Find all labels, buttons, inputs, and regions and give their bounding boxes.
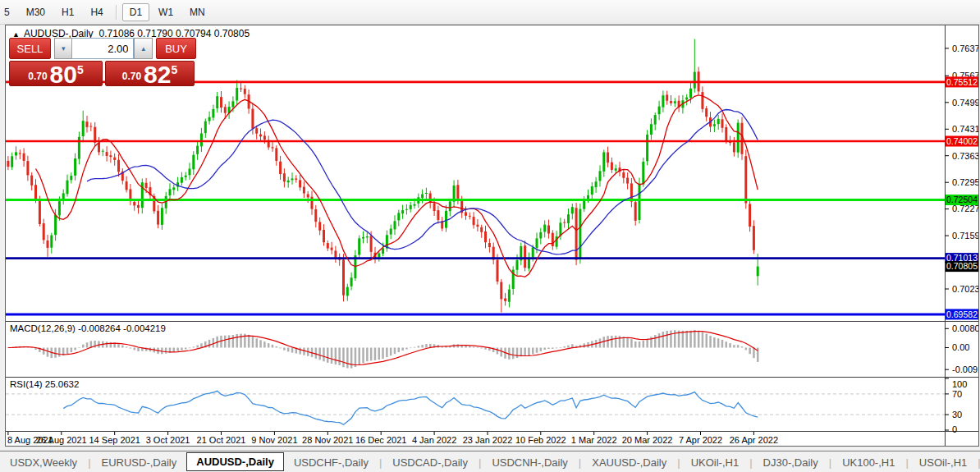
tab-usdcnh-daily[interactable]: USDCNH-,Daily bbox=[482, 453, 577, 472]
tab-xauusd-daily[interactable]: XAUUSD-,Daily bbox=[582, 453, 676, 472]
one-click-trading-panel: SELL ▾ ▴ BUY 0.70805 0.70825 bbox=[9, 38, 196, 86]
svg-text:4 Jan 2022: 4 Jan 2022 bbox=[412, 435, 456, 445]
svg-text:28 Nov 2021: 28 Nov 2021 bbox=[302, 435, 353, 445]
svg-text:0.00: 0.00 bbox=[952, 342, 969, 352]
svg-text:-0.009286: -0.009286 bbox=[952, 364, 978, 374]
tab-uk100-h1[interactable]: UK100-,H1 bbox=[832, 453, 904, 472]
volume-increase-button[interactable]: ▴ bbox=[134, 38, 153, 59]
toolbar-separator bbox=[116, 5, 117, 20]
tab-usoil-h1[interactable]: USOil-,H1 bbox=[909, 453, 978, 472]
sell-price-button[interactable]: 0.70805 bbox=[9, 61, 103, 86]
svg-text:26 Apr 2022: 26 Apr 2022 bbox=[730, 435, 778, 445]
svg-text:0.70230: 0.70230 bbox=[952, 284, 978, 294]
svg-text:0.74310: 0.74310 bbox=[952, 124, 978, 134]
sell-price-prefix: 0.70 bbox=[28, 71, 47, 82]
svg-text:0.70805: 0.70805 bbox=[946, 261, 978, 271]
svg-text:7 Apr 2022: 7 Apr 2022 bbox=[679, 435, 722, 445]
svg-text:70: 70 bbox=[952, 389, 962, 399]
svg-text:10 Feb 2022: 10 Feb 2022 bbox=[515, 435, 566, 445]
svg-text:0.76370: 0.76370 bbox=[952, 44, 978, 53]
sell-button[interactable]: SELL bbox=[9, 38, 51, 59]
svg-text:0.75512: 0.75512 bbox=[946, 77, 978, 87]
svg-text:30: 30 bbox=[952, 410, 962, 419]
tab-usdcad-daily[interactable]: USDCAD-,Daily bbox=[382, 453, 478, 472]
svg-text:0.69582: 0.69582 bbox=[946, 309, 978, 319]
svg-text:1 Mar 2022: 1 Mar 2022 bbox=[571, 435, 617, 445]
tab-ukoil-h1[interactable]: UKOil-,H1 bbox=[681, 453, 749, 472]
svg-text:0.73630: 0.73630 bbox=[952, 151, 978, 161]
svg-text:100: 100 bbox=[952, 379, 967, 389]
sell-price-pip: 5 bbox=[77, 63, 84, 76]
svg-text:0.008061: 0.008061 bbox=[952, 323, 978, 333]
timeframe-5[interactable]: 5 bbox=[0, 3, 17, 21]
timeframe-w1[interactable]: W1 bbox=[151, 3, 181, 21]
svg-text:0.72270: 0.72270 bbox=[952, 204, 978, 213]
volume-input[interactable] bbox=[71, 38, 134, 59]
timeframe-toolbar: 5M30H1H4D1W1MN bbox=[0, 0, 980, 25]
rsi-indicator-label: RSI(14) 25.0632 bbox=[10, 379, 79, 389]
tab-separator: | bbox=[977, 456, 980, 469]
buy-button[interactable]: BUY bbox=[156, 38, 196, 59]
svg-text:0: 0 bbox=[952, 424, 957, 434]
timeframe-d1[interactable]: D1 bbox=[122, 3, 149, 21]
svg-text:21 Oct 2021: 21 Oct 2021 bbox=[197, 435, 246, 445]
svg-text:0.74002: 0.74002 bbox=[946, 136, 978, 146]
mt-terminal: { "toolbar": {"items": ["5","M30","H1","… bbox=[0, 0, 980, 472]
sell-price-main: 80 bbox=[50, 63, 77, 85]
tab-usdchf-daily[interactable]: USDCHF-,Daily bbox=[284, 453, 378, 472]
volume-decrease-button[interactable]: ▾ bbox=[54, 38, 72, 59]
macd-indicator-label: MACD(12,26,9) -0.008264 -0.004219 bbox=[10, 323, 166, 333]
buy-price-main: 82 bbox=[144, 63, 171, 85]
tab-usdx-weekly[interactable]: USDX,Weekly bbox=[0, 453, 87, 472]
svg-text:0.72504: 0.72504 bbox=[946, 195, 978, 204]
svg-text:20 Mar 2022: 20 Mar 2022 bbox=[622, 435, 673, 445]
timeframe-h1[interactable]: H1 bbox=[54, 3, 81, 21]
buy-price-button[interactable]: 0.70825 bbox=[105, 61, 195, 86]
tab-dj30-daily[interactable]: DJ30-,Daily bbox=[753, 453, 828, 472]
timeframe-h4[interactable]: H4 bbox=[83, 3, 110, 21]
svg-text:0.74990: 0.74990 bbox=[952, 98, 978, 108]
svg-text:26 Aug 2021: 26 Aug 2021 bbox=[36, 435, 87, 445]
timeframe-mn[interactable]: MN bbox=[182, 3, 213, 21]
svg-text:3 Oct 2021: 3 Oct 2021 bbox=[146, 435, 190, 445]
timeframe-m30[interactable]: M30 bbox=[19, 3, 53, 21]
svg-text:23 Jan 2022: 23 Jan 2022 bbox=[463, 435, 513, 445]
symbol-tab-bar: USDX,Weekly|EURUSD-,DailyAUDUSD-,DailyUS… bbox=[0, 451, 980, 472]
svg-text:0.72950: 0.72950 bbox=[952, 177, 978, 187]
svg-text:0.71590: 0.71590 bbox=[952, 231, 978, 241]
tab-eurusd-daily[interactable]: EURUSD-,Daily bbox=[92, 453, 187, 472]
chart-window: 0.763700.756700.749900.743100.736300.729… bbox=[5, 25, 979, 447]
svg-text:9 Nov 2021: 9 Nov 2021 bbox=[251, 435, 297, 445]
buy-price-prefix: 0.70 bbox=[122, 71, 141, 82]
svg-text:16 Dec 2021: 16 Dec 2021 bbox=[355, 435, 406, 445]
buy-price-pip: 5 bbox=[171, 63, 177, 76]
tab-audusd-daily[interactable]: AUDUSD-,Daily bbox=[186, 452, 284, 471]
svg-text:14 Sep 2021: 14 Sep 2021 bbox=[89, 435, 140, 445]
